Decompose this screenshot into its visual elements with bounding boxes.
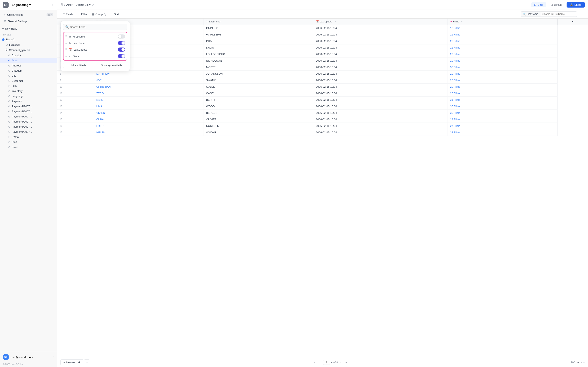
- films-cell[interactable]: 20 Films: [448, 71, 557, 77]
- page-number-input[interactable]: [323, 360, 330, 365]
- sidebar-item-film[interactable]: ⊙ Film: [0, 83, 57, 89]
- films-cell[interactable]: 28 Films: [448, 116, 557, 123]
- sidebar-item-staff[interactable]: ⊙ Staff: [0, 140, 57, 145]
- sidebar-item-customer[interactable]: ⊙ Customer: [0, 78, 57, 83]
- prev-page-button[interactable]: ‹: [318, 360, 322, 365]
- sidebar-item-team-settings[interactable]: ⚙ Team & Settings: [2, 18, 55, 25]
- firstname-toggle[interactable]: [118, 34, 125, 39]
- sidebar-item-inventory[interactable]: ⊙ Inventory: [0, 89, 57, 94]
- films-cell[interactable]: 32 Films: [448, 129, 557, 136]
- new-record-button[interactable]: + New record: [61, 359, 83, 365]
- first-name-cell[interactable]: ZERO: [94, 90, 204, 97]
- first-name-cell[interactable]: KARL: [94, 97, 204, 103]
- first-page-button[interactable]: «: [312, 360, 317, 365]
- films-cell[interactable]: 20 Films: [448, 58, 557, 64]
- search-field-selector[interactable]: 🔍 FirstName: [521, 11, 540, 17]
- fields-search-container: 🔍: [63, 24, 127, 30]
- sidebar-item-base[interactable]: Base-2: [0, 37, 57, 42]
- first-name-cell[interactable]: MATTHEW: [94, 71, 204, 77]
- drag-handle-icon[interactable]: ⠿: [65, 35, 67, 38]
- first-name-cell[interactable]: UMA: [94, 103, 204, 110]
- films-header[interactable]: ✦Films ▾: [448, 18, 557, 25]
- fields-button[interactable]: ☰ Fields: [61, 12, 75, 17]
- sidebar-item-paymentp2007...[interactable]: ⊙ PaymentP2007...: [0, 104, 57, 109]
- sidebar-item-payment[interactable]: ⊙ Payment: [0, 99, 57, 104]
- filter-button[interactable]: ⊿ Filter: [76, 12, 89, 17]
- first-name-cell[interactable]: CUBA: [94, 116, 204, 123]
- breadcrumb-view[interactable]: Default View: [76, 3, 91, 6]
- sidebar-item-paymentp2007...[interactable]: ⊙ PaymentP2007...: [0, 119, 57, 124]
- refresh-icon[interactable]: ↺: [92, 3, 94, 6]
- drag-handle-icon[interactable]: ⠿: [65, 42, 67, 44]
- drag-handle-icon[interactable]: ⠿: [65, 55, 67, 58]
- films-cell[interactable]: 35 Films: [448, 103, 557, 110]
- lastupdate-header[interactable]: 📅LastUpdate ▾: [313, 18, 448, 25]
- page-total: of 8: [333, 361, 338, 364]
- sidebar-item-city[interactable]: ⊙ City: [0, 73, 57, 78]
- films-cell[interactable]: 30 Films: [448, 110, 557, 116]
- first-name-cell[interactable]: HELEN: [94, 129, 204, 136]
- sidebar-item-paymentp2007...[interactable]: ⊙ PaymentP2007...: [0, 124, 57, 129]
- workspace-info[interactable]: EN Engineering ▾: [3, 2, 31, 8]
- films-cell[interactable]: 31 Films: [448, 97, 557, 103]
- films-cell[interactable]: 25 Films: [448, 90, 557, 97]
- films-cell[interactable]: 29 Films: [448, 51, 557, 58]
- new-record-expand-button[interactable]: ^: [85, 359, 90, 365]
- drag-handle-icon[interactable]: ⠿: [65, 48, 67, 51]
- sidebar-item-paymentp2007...[interactable]: ⊙ PaymentP2007...: [0, 109, 57, 114]
- sidebar-item-features[interactable]: ⊙ Features: [0, 42, 57, 47]
- sidebar-item-country[interactable]: ⊙ Country: [0, 53, 57, 58]
- films-cell[interactable]: 25 Films: [448, 77, 557, 83]
- sidebar-collapse-button[interactable]: «: [51, 2, 54, 7]
- group-by-button[interactable]: ▦ Group By: [90, 12, 109, 17]
- tab-details[interactable]: ⊟ Details: [548, 2, 565, 7]
- last-page-button[interactable]: »: [344, 360, 348, 365]
- more-toolbar-button[interactable]: ⋮: [122, 12, 129, 17]
- row-number: 8: [57, 71, 94, 77]
- sidebar-item-paymentp2007...[interactable]: ⊙ PaymentP2007...: [0, 114, 57, 119]
- first-name-cell[interactable]: FRED: [94, 123, 204, 129]
- sidebar-item-address[interactable]: ⊙ Address: [0, 63, 57, 68]
- films-cell[interactable]: 27 Films: [448, 123, 557, 129]
- fields-search-input[interactable]: [70, 25, 125, 29]
- tab-data[interactable]: ⊞ Data: [531, 2, 546, 7]
- films-toggle[interactable]: [118, 54, 125, 58]
- new-base-button[interactable]: + New Base: [0, 25, 57, 32]
- sidebar-item-paymentp2007...[interactable]: ⊙ PaymentP2007...: [0, 129, 57, 134]
- films-cell[interactable]: 22 Films: [448, 83, 557, 90]
- plus-icon: +: [63, 361, 65, 364]
- lastname-header[interactable]: TrLastName: [204, 18, 313, 25]
- films-cell[interactable]: 22 Films: [448, 44, 557, 51]
- hide-all-fields-button[interactable]: Hide all fields: [63, 63, 94, 68]
- search-container: 🔍 FirstName: [521, 11, 577, 17]
- lastname-toggle[interactable]: [118, 41, 125, 45]
- sidebar-item-actor[interactable]: ⊙ Actor +: [0, 58, 57, 63]
- ellipsis-button[interactable]: ···: [579, 11, 585, 17]
- user-info[interactable]: US user@nocodb.com ^: [3, 354, 54, 360]
- films-cell[interactable]: 22 Films: [448, 38, 557, 44]
- last-name-cell: CAGE: [204, 90, 313, 97]
- add-column-button[interactable]: +: [557, 18, 588, 25]
- first-name-cell[interactable]: CHRISTIAN: [94, 83, 204, 90]
- search-input[interactable]: [540, 11, 577, 17]
- sidebar-item-language[interactable]: ⊙ Language: [0, 94, 57, 99]
- sidebar-item-quick-actions[interactable]: ⌕ Quick Actions ⌘ K: [2, 12, 55, 18]
- first-name-cell[interactable]: JOE: [94, 77, 204, 83]
- sort-button[interactable]: ↕ Sort: [110, 12, 121, 17]
- sidebar-item-store[interactable]: ⊙ Store: [0, 145, 57, 150]
- sidebar-item-standard-lynx[interactable]: 🗄 Standard_lynx ⓘ: [0, 47, 57, 53]
- first-name-cell[interactable]: VIVIEN: [94, 110, 204, 116]
- films-cell[interactable]: 19 Films: [448, 25, 557, 31]
- films-cell[interactable]: 30 Films: [448, 64, 557, 71]
- sidebar-item-rental[interactable]: ⊙ Rental: [0, 134, 57, 140]
- next-page-button[interactable]: ›: [339, 360, 343, 365]
- page-chevron-icon: ▾: [331, 361, 333, 364]
- films-cell[interactable]: 25 Films: [448, 31, 557, 38]
- show-system-fields-button[interactable]: Show system fields: [96, 63, 127, 68]
- breadcrumb-table[interactable]: Actor: [66, 3, 72, 6]
- sidebar-item-category[interactable]: ⊙ Category: [0, 68, 57, 73]
- copyright-text: © 2023 NocoDB, Inc: [0, 363, 57, 367]
- lastupdate-toggle[interactable]: [118, 48, 125, 52]
- table-row: 16 FRED COSTNER 2006-02-15 10:04 27 Film…: [57, 123, 588, 129]
- share-button[interactable]: 🔒 Share: [567, 2, 585, 8]
